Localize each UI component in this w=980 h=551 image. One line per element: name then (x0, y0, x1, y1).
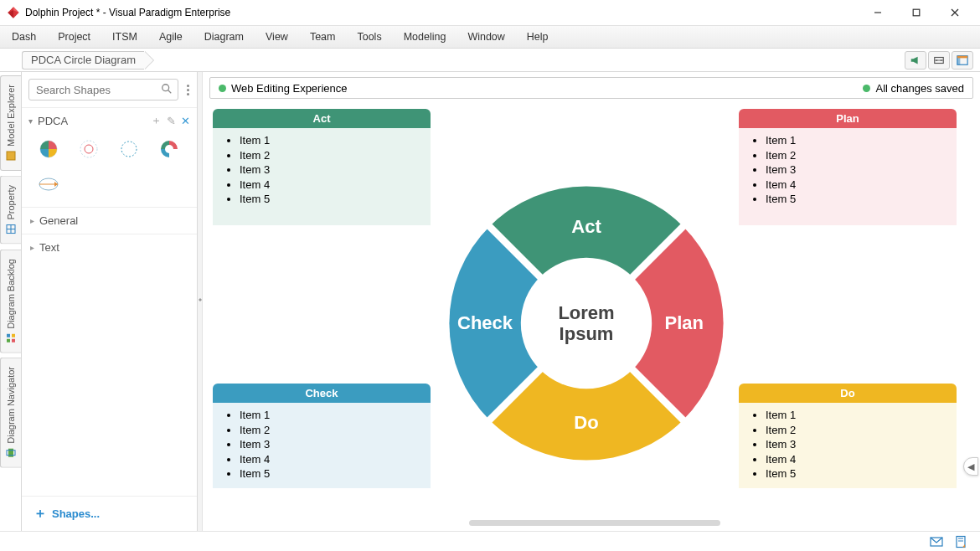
svg-point-31 (165, 145, 173, 153)
circle-label-plan: Plan (665, 312, 704, 334)
horizontal-scrollbar[interactable] (469, 520, 720, 526)
card-act[interactable]: Act Item 1 Item 2 Item 3 Item 4 Item 5 (213, 109, 431, 225)
close-shape-section-icon[interactable]: ✕ (181, 115, 190, 127)
status-dot-left (219, 85, 226, 92)
breadcrumb-diagram[interactable]: PDCA Circle Diagram (22, 51, 144, 70)
toolbar-fit-icon[interactable] (928, 51, 950, 70)
svg-point-10 (941, 59, 942, 61)
status-right-text: All changes saved (875, 82, 964, 95)
maximize-button[interactable] (898, 0, 935, 25)
edit-shape-icon[interactable]: ✎ (167, 115, 176, 127)
shapes-more-link[interactable]: ＋Shapes... (22, 496, 197, 531)
shape-palette-item[interactable] (72, 135, 106, 163)
pdca-circle[interactable]: Act Plan Do Check LoremIpsum (444, 181, 729, 466)
svg-point-9 (936, 59, 938, 61)
svg-rect-18 (7, 338, 10, 342)
svg-rect-40 (957, 536, 965, 547)
status-left-text: Web Editing Experience (231, 82, 348, 95)
circle-label-do: Do (574, 412, 598, 434)
svg-marker-35 (199, 298, 202, 301)
svg-rect-20 (12, 338, 15, 342)
search-input[interactable] (28, 79, 178, 100)
toolbar-panels-icon[interactable] (952, 51, 973, 70)
menu-bar: Dash Project ITSM Agile Diagram View Tea… (0, 25, 980, 49)
diagram-canvas[interactable]: Act Item 1 Item 2 Item 3 Item 4 Item 5 P… (209, 102, 973, 528)
add-shape-icon[interactable]: ＋ (151, 113, 162, 128)
svg-point-24 (162, 84, 169, 90)
app-icon (7, 6, 20, 19)
shapes-section-caret[interactable]: ▾ (28, 116, 33, 126)
circle-center-text: LoremIpsum (558, 302, 614, 345)
svg-rect-13 (957, 55, 967, 58)
menu-window[interactable]: Window (467, 31, 504, 43)
close-button[interactable] (936, 0, 973, 25)
card-plan[interactable]: Plan Item 1 Item 2 Item 3 Item 4 Item 5 (739, 109, 957, 225)
status-dot-right (863, 85, 870, 92)
window-title: Dolphin Project * - Visual Paradigm Ente… (25, 7, 859, 18)
sidetab-diagram-backlog[interactable]: Diagram Backlog (0, 250, 21, 353)
circle-label-check: Check (457, 312, 513, 334)
sidetab-property[interactable]: Property (0, 176, 21, 245)
shape-palette (22, 133, 197, 207)
menu-project[interactable]: Project (58, 31, 90, 43)
minimize-button[interactable] (859, 0, 896, 25)
shape-palette-item[interactable] (152, 135, 186, 163)
canvas-status-bar: Web Editing Experience All changes saved (209, 77, 973, 99)
shapes-section-title: PDCA (38, 115, 68, 127)
shape-palette-item[interactable] (32, 135, 65, 163)
menu-diagram[interactable]: Diagram (204, 31, 244, 43)
svg-line-25 (168, 90, 172, 93)
shape-palette-item[interactable] (112, 135, 146, 163)
card-check[interactable]: Check Item 1 Item 2 Item 3 Item 4 Item 5 (213, 384, 431, 488)
card-do[interactable]: Do Item 1 Item 2 Item 3 Item 4 Item 5 (739, 384, 957, 488)
svg-rect-19 (7, 333, 10, 337)
accordion-general[interactable]: ▸General (22, 207, 197, 234)
menu-itsm[interactable]: ITSM (112, 31, 137, 43)
sidetab-diagram-navigator[interactable]: Diagram Navigator (0, 358, 21, 468)
right-collapse-handle[interactable]: ◀ (963, 457, 978, 476)
menu-modeling[interactable]: Modeling (404, 31, 446, 43)
svg-point-29 (121, 142, 137, 157)
svg-rect-21 (12, 333, 15, 337)
menu-view[interactable]: View (266, 31, 288, 43)
menu-team[interactable]: Team (310, 31, 336, 43)
svg-rect-14 (7, 152, 15, 160)
search-kebab-menu[interactable] (183, 81, 190, 99)
search-icon[interactable] (161, 83, 173, 97)
menu-tools[interactable]: Tools (357, 31, 381, 43)
toolbar-megaphone-icon[interactable] (905, 51, 926, 70)
note-icon[interactable] (955, 535, 968, 548)
accordion-text[interactable]: ▸Text (22, 234, 197, 260)
menu-help[interactable]: Help (527, 31, 549, 43)
menu-agile[interactable]: Agile (159, 31, 183, 43)
breadcrumb: PDCA Circle Diagram (22, 49, 144, 71)
svg-marker-2 (8, 10, 13, 18)
menu-dash[interactable]: Dash (12, 31, 36, 43)
sidetab-model-explorer[interactable]: Model Explorer (0, 75, 21, 171)
shape-palette-item[interactable] (32, 170, 65, 198)
circle-label-act: Act (571, 216, 601, 238)
footer-bar (0, 531, 980, 551)
mail-icon[interactable] (930, 535, 943, 548)
svg-point-27 (80, 141, 97, 157)
svg-rect-4 (913, 9, 920, 16)
search-shapes-field[interactable] (36, 84, 156, 96)
